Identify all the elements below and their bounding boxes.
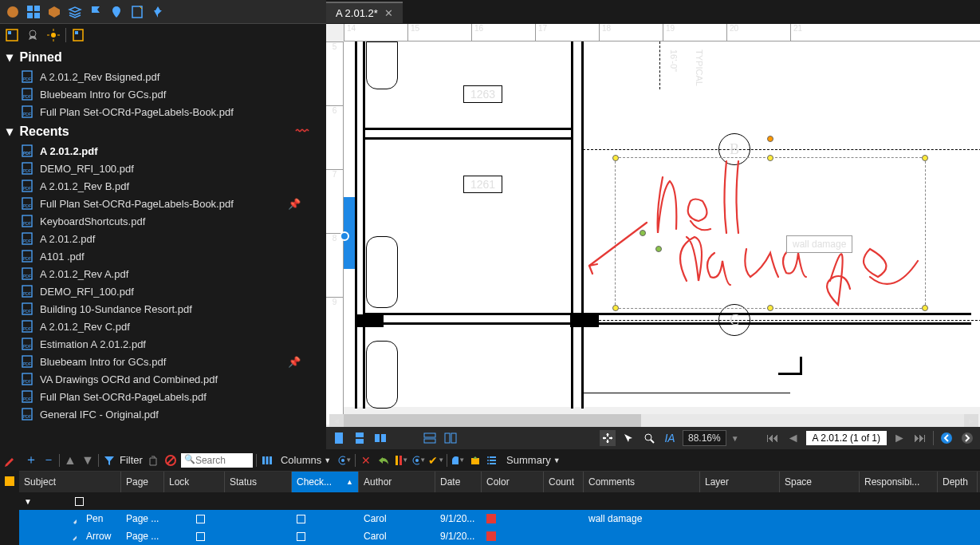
file-item[interactable]: PDFA 2.01.2.pdf bbox=[0, 142, 315, 160]
horizontal-scrollbar[interactable] bbox=[344, 414, 964, 427]
markup-row[interactable]: Pen Page ... Carol 9/1/20... wall damage bbox=[19, 510, 980, 527]
collapse-icon[interactable]: ▲ bbox=[63, 453, 77, 468]
columns-button[interactable]: Columns▼ bbox=[277, 454, 334, 466]
markup-row[interactable]: Arrow Page ... Carol 9/1/20... bbox=[19, 527, 980, 545]
file-item[interactable]: PDFDEMO_RFI_100.pdf bbox=[0, 160, 315, 177]
document-tab[interactable]: A 2.01.2* ✕ bbox=[326, 2, 403, 23]
zoom-icon[interactable] bbox=[641, 430, 657, 446]
first-page-icon[interactable]: ⏮ bbox=[765, 430, 781, 446]
file-item[interactable]: PDFEstimation A 2.01.2.pdf bbox=[0, 335, 315, 353]
box-icon[interactable] bbox=[45, 2, 64, 22]
file-item[interactable]: PDFA 2.01.2_Rev Bsigned.pdf bbox=[0, 68, 315, 85]
col-author[interactable]: Author bbox=[359, 472, 435, 492]
zoom-level[interactable]: 88.16% bbox=[683, 430, 726, 446]
filter-checkbox[interactable] bbox=[75, 497, 84, 506]
page-indicator[interactable]: A 2.01.2 (1 of 1) bbox=[806, 431, 887, 445]
select-icon[interactable] bbox=[620, 430, 636, 446]
scroll-left-icon[interactable]: ◄ bbox=[329, 414, 344, 427]
summary-button[interactable]: Summary▼ bbox=[503, 454, 564, 466]
scroll-right-icon[interactable]: ► bbox=[964, 414, 978, 427]
col-lock[interactable]: Lock bbox=[164, 472, 225, 492]
col-count[interactable]: Count bbox=[544, 472, 584, 492]
file-item[interactable]: PDFBluebeam Intro for GCs.pdf bbox=[0, 85, 315, 103]
last-page-icon[interactable]: ⏭ bbox=[912, 430, 928, 446]
file-item[interactable]: PDFDEMO_RFI_100.pdf bbox=[0, 282, 315, 300]
col-layer[interactable]: Layer bbox=[700, 472, 780, 492]
file-item[interactable]: PDFKeyboardShortcuts.pdf bbox=[0, 212, 315, 230]
drawing-canvas[interactable]: 1263 1261 B C 16'-0" TYPICAL bbox=[344, 41, 980, 407]
file-item[interactable]: PDFFull Plan Set-OCRd-PageLabels-Book.pd… bbox=[0, 195, 315, 212]
selection-box[interactable] bbox=[615, 157, 926, 309]
manage-columns-icon[interactable]: ▼ bbox=[337, 453, 352, 468]
file-item[interactable]: PDFVA Drawings OCRd and Combined.pdf bbox=[0, 370, 315, 388]
filter-icon[interactable] bbox=[102, 453, 116, 468]
col-space[interactable]: Space bbox=[780, 472, 860, 492]
file-item[interactable]: PDFA 2.01.2_Rev B.pdf bbox=[0, 177, 315, 195]
split-v-icon[interactable] bbox=[443, 430, 459, 446]
file-item[interactable]: PDFA 2.01.2_Rev C.pdf bbox=[0, 318, 315, 335]
check-checkbox[interactable] bbox=[297, 532, 305, 541]
pin-icon[interactable]: 📌 bbox=[288, 356, 301, 368]
reply-icon[interactable] bbox=[376, 453, 391, 468]
remove-markup-icon[interactable]: － bbox=[41, 453, 56, 468]
prev-view-icon[interactable] bbox=[939, 430, 954, 446]
file-item[interactable]: PDFBuilding 10-Sundance Resort.pdf bbox=[0, 300, 315, 318]
pin-icon[interactable]: 📌 bbox=[288, 198, 301, 210]
layers-icon[interactable] bbox=[65, 2, 85, 22]
text-select-icon[interactable]: IA bbox=[662, 430, 678, 446]
sun-icon[interactable] bbox=[45, 26, 62, 44]
revu-icon[interactable] bbox=[3, 2, 22, 22]
pan-icon[interactable] bbox=[600, 430, 616, 446]
list-icon[interactable] bbox=[486, 453, 500, 468]
check-icon[interactable]: ✔▼ bbox=[429, 453, 443, 468]
col-page[interactable]: Page bbox=[121, 472, 164, 492]
ribbon-icon[interactable] bbox=[24, 26, 41, 44]
col-depth[interactable]: Depth bbox=[938, 472, 978, 492]
export-icon[interactable] bbox=[468, 453, 482, 468]
col-check[interactable]: Check...▲ bbox=[292, 472, 359, 492]
file-item[interactable]: PDFFull Plan Set-OCRd-PageLabels-Book.pd… bbox=[0, 103, 315, 120]
continuous-icon[interactable] bbox=[352, 430, 368, 446]
file-item[interactable]: PDFA 2.01.2_Rev A.pdf bbox=[0, 265, 315, 282]
grid-icon[interactable] bbox=[24, 2, 43, 22]
single-page-icon[interactable] bbox=[331, 430, 347, 446]
col-color[interactable]: Color bbox=[482, 472, 544, 492]
lock-checkbox[interactable] bbox=[196, 515, 205, 523]
check-checkbox[interactable] bbox=[297, 515, 305, 523]
status-icon[interactable]: ▼ bbox=[394, 453, 408, 468]
doc-icon[interactable] bbox=[69, 26, 87, 44]
close-tab-icon[interactable]: ✕ bbox=[384, 7, 393, 19]
recents-section[interactable]: ▾ Recents 〰 bbox=[0, 120, 315, 142]
side-by-side-icon[interactable] bbox=[372, 430, 388, 446]
properties-icon[interactable] bbox=[3, 475, 16, 491]
columns-icon[interactable] bbox=[260, 453, 274, 468]
import-icon[interactable]: ▼ bbox=[451, 453, 465, 468]
next-view-icon[interactable] bbox=[959, 430, 975, 446]
next-page-icon[interactable]: ► bbox=[891, 430, 907, 446]
expand-icon[interactable]: ▼ bbox=[81, 453, 95, 468]
col-comments[interactable]: Comments bbox=[584, 472, 700, 492]
file-item[interactable]: PDFGeneral IFC - Original.pdf bbox=[0, 405, 315, 423]
clear-filter-icon[interactable] bbox=[163, 453, 178, 468]
file-item[interactable]: PDFBluebeam Intro for GCs.pdf📌 bbox=[0, 353, 315, 370]
col-status[interactable]: Status bbox=[225, 472, 292, 492]
col-subject[interactable]: Subject bbox=[19, 472, 121, 492]
pin-icon[interactable] bbox=[148, 2, 167, 22]
pen-tool-icon[interactable] bbox=[3, 454, 16, 470]
note-icon[interactable] bbox=[128, 2, 147, 22]
col-date[interactable]: Date bbox=[435, 472, 482, 492]
explorer-icon[interactable] bbox=[3, 26, 21, 44]
delete-icon[interactable]: ✕ bbox=[359, 453, 373, 468]
file-item[interactable]: PDFA101 .pdf bbox=[0, 247, 315, 265]
add-markup-icon[interactable]: ＋ bbox=[24, 453, 38, 468]
lock-checkbox[interactable] bbox=[196, 532, 205, 541]
pinned-section[interactable]: ▾ Pinned bbox=[0, 46, 315, 68]
marker-icon[interactable] bbox=[107, 2, 126, 22]
col-resp[interactable]: Responsibi... bbox=[860, 472, 938, 492]
file-item[interactable]: PDFA 2.01.2.pdf bbox=[0, 230, 315, 247]
prev-page-icon[interactable]: ◄ bbox=[785, 430, 801, 446]
flag-icon[interactable] bbox=[86, 2, 105, 22]
trash-icon[interactable] bbox=[146, 453, 160, 468]
file-item[interactable]: PDFFull Plan Set-OCRd-PageLabels.pdf bbox=[0, 388, 315, 405]
checkmark-settings-icon[interactable]: ▼ bbox=[411, 453, 426, 468]
